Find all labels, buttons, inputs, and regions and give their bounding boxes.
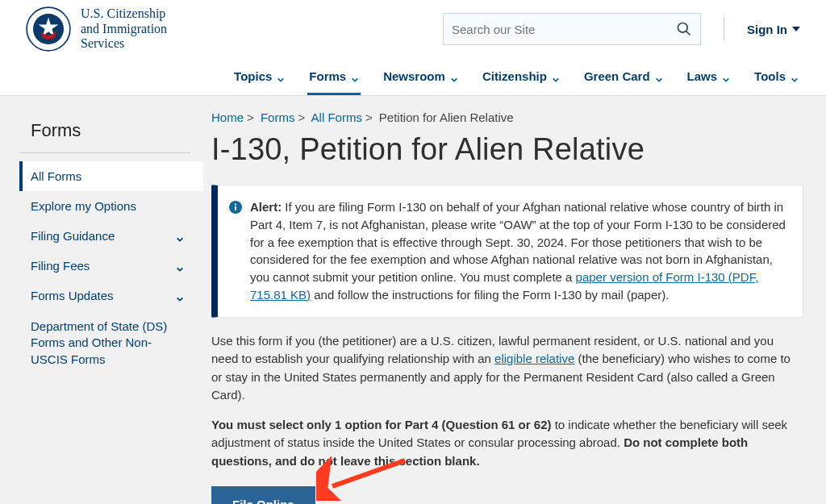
sidebar: Forms All FormsExplore my OptionsFiling … [0,96,203,504]
chevron-down-icon [351,73,359,81]
sidebar-item[interactable]: Filing Guidance [19,221,203,251]
nav-item-citizenship[interactable]: Citizenship [481,58,561,95]
nav-item-laws[interactable]: Laws [686,58,732,95]
main-nav: TopicsFormsNewsroomCitizenshipGreen Card… [0,58,826,96]
svg-line-3 [686,31,690,35]
chevron-down-icon [722,73,730,81]
chevron-down-icon [176,232,184,240]
chevron-down-icon [655,73,663,81]
sidebar-item[interactable]: Explore my Options [19,191,203,221]
sidebar-item-label: Explore my Options [31,199,136,213]
sidebar-item[interactable]: All Forms [19,161,203,191]
intro-paragraph-2: You must select only 1 option for Part 4… [211,416,803,471]
sidebar-item-label: Filing Guidance [31,229,115,243]
nav-item-tools[interactable]: Tools [753,58,800,95]
eligible-relative-link[interactable]: eligible relative [494,352,574,365]
sidebar-heading: Forms [19,115,190,153]
svg-rect-5 [235,206,236,210]
chevron-down-icon [176,292,184,300]
svg-point-2 [678,23,688,33]
chevron-down-icon [450,73,458,81]
page-title: I-130, Petition for Alien Relative [211,132,803,167]
chevron-down-icon [791,73,799,81]
sidebar-item[interactable]: Filing Fees [19,251,203,281]
crumb-current: Petition for Alien Relative [379,110,514,124]
crumb-home[interactable]: Home [211,110,244,124]
alert-text-2: and follow the instructions for filing t… [311,288,669,302]
chevron-down-icon [176,262,184,270]
alert-box: Alert: If you are filing Form I-130 on b… [211,185,803,318]
sign-in-label: Sign In [747,23,787,36]
sidebar-item-label: All Forms [31,169,81,183]
sidebar-item-label: Forms Updates [31,289,114,302]
content-row: Forms All FormsExplore my OptionsFiling … [0,96,826,504]
site-title: U.S. Citizenship and Immigration Service… [81,6,167,51]
info-icon [229,201,242,214]
search-icon[interactable] [676,21,692,37]
dhs-seal-icon [26,6,71,52]
crumb-all[interactable]: All Forms [311,110,362,124]
nav-item-newsroom[interactable]: Newsroom [382,58,460,95]
divider [724,18,724,40]
crumb-forms[interactable]: Forms [261,110,295,124]
search-box[interactable] [443,13,701,45]
alert-label: Alert: [250,200,282,214]
caret-down-icon [792,27,800,31]
sidebar-item-label: Department of State (DS) Forms and Other… [31,319,184,368]
search-input[interactable] [452,23,676,36]
nav-item-topics[interactable]: Topics [232,58,286,95]
sidebar-item[interactable]: Department of State (DS) Forms and Other… [19,310,203,376]
nav-item-green-card[interactable]: Green Card [582,58,665,95]
chevron-down-icon [277,73,285,81]
main-content: Home> Forms> All Forms> Petition for Ali… [203,96,826,504]
file-online-button[interactable]: File Online [211,486,315,504]
top-bar: U.S. Citizenship and Immigration Service… [0,0,826,58]
logo-block[interactable]: U.S. Citizenship and Immigration Service… [26,6,167,52]
breadcrumb: Home> Forms> All Forms> Petition for Ali… [211,110,803,124]
alert-body: Alert: If you are filing Form I-130 on b… [250,198,788,304]
sidebar-item-label: Filing Fees [31,259,90,273]
svg-rect-6 [235,204,236,206]
sign-in-menu[interactable]: Sign In [747,23,800,36]
chevron-down-icon [552,73,560,81]
intro-paragraph-1: Use this form if you (the petitioner) ar… [211,332,803,405]
nav-item-forms[interactable]: Forms [307,58,361,95]
sidebar-item[interactable]: Forms Updates [19,281,203,310]
